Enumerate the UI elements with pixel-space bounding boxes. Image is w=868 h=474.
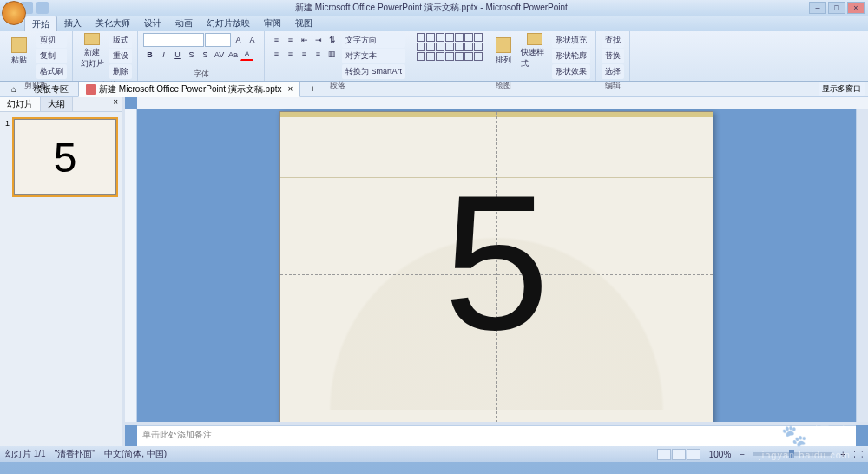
shape-icon[interactable] — [426, 52, 435, 61]
doc-tab-current[interactable]: 新建 Microsoft Office PowerPoint 演示文稿.pptx… — [78, 82, 300, 97]
doc-tab-home[interactable]: ⌂ — [3, 82, 24, 95]
text-direction-button[interactable]: 文字方向 — [342, 33, 405, 48]
quick-style-button[interactable]: 快速样式 — [521, 33, 549, 69]
justify-button[interactable]: ≡ — [312, 47, 325, 60]
spacing-button[interactable]: AV — [213, 48, 226, 61]
shape-icon[interactable] — [474, 43, 483, 51]
status-language[interactable]: 中文(简体, 中国) — [104, 448, 167, 460]
shape-icon[interactable] — [445, 52, 454, 61]
cut-button[interactable]: 剪切 — [36, 33, 67, 48]
bold-button[interactable]: B — [143, 48, 156, 61]
shape-icon[interactable] — [445, 43, 454, 51]
reset-button[interactable]: 重设 — [109, 49, 132, 63]
pane-close-icon[interactable]: × — [109, 97, 122, 111]
columns-button[interactable]: ▥ — [326, 47, 339, 60]
tab-slideshow[interactable]: 幻灯片放映 — [200, 16, 257, 31]
slide-big-number[interactable]: 5 — [444, 153, 549, 372]
shape-icon[interactable] — [417, 43, 425, 51]
font-size-combo[interactable] — [205, 33, 231, 47]
vertical-scrollbar[interactable] — [856, 109, 868, 422]
shape-icon[interactable] — [436, 33, 444, 42]
shape-icon[interactable] — [417, 33, 425, 42]
horizontal-ruler[interactable] — [137, 97, 868, 109]
pane-tab-outline[interactable]: 大纲 — [41, 97, 73, 111]
tab-anim[interactable]: 动画 — [168, 16, 200, 31]
shape-icon[interactable] — [474, 33, 483, 42]
shape-icon[interactable] — [474, 52, 483, 61]
shape-icon[interactable] — [426, 43, 435, 51]
shape-icon[interactable] — [445, 33, 454, 42]
tab-insert[interactable]: 插入 — [57, 16, 89, 31]
minimize-button[interactable]: – — [809, 2, 826, 14]
shadow-button[interactable]: S — [199, 48, 212, 61]
indent-dec-button[interactable]: ⇤ — [298, 33, 311, 46]
shape-icon[interactable] — [464, 43, 473, 51]
tab-design[interactable]: 设计 — [137, 16, 168, 31]
replace-button[interactable]: 替换 — [602, 49, 624, 63]
linespacing-button[interactable]: ⇅ — [326, 33, 339, 46]
align-right-button[interactable]: ≡ — [298, 47, 311, 60]
strike-button[interactable]: S — [185, 48, 198, 61]
qat-redo-icon[interactable] — [36, 2, 49, 14]
doc-tab-templates[interactable]: 模板专区 — [26, 82, 76, 97]
tab-beautify[interactable]: 美化大师 — [89, 16, 137, 31]
align-left-button[interactable]: ≡ — [270, 47, 283, 60]
slide-thumbnail[interactable]: 5 — [14, 119, 116, 195]
grow-font-button[interactable]: A — [232, 33, 245, 46]
indent-inc-button[interactable]: ⇥ — [312, 33, 325, 46]
font-family-combo[interactable] — [143, 33, 204, 47]
align-center-button[interactable]: ≡ — [284, 47, 297, 60]
shrink-font-button[interactable]: A — [246, 33, 259, 46]
shape-icon[interactable] — [455, 33, 464, 42]
thumbnail-list[interactable]: 1 5 — [0, 112, 122, 446]
tab-home[interactable]: 开始 — [24, 16, 57, 31]
maximize-button[interactable]: □ — [828, 2, 845, 14]
bullets-button[interactable]: ≡ — [270, 33, 283, 46]
shape-icon[interactable] — [436, 52, 444, 61]
zoom-thumb[interactable] — [789, 450, 794, 458]
zoom-percent[interactable]: 100% — [709, 450, 732, 459]
zoom-in-button[interactable]: + — [840, 450, 845, 459]
shape-icon[interactable] — [464, 33, 473, 42]
numbering-button[interactable]: ≡ — [284, 33, 297, 46]
slideshow-view-button[interactable] — [687, 449, 700, 460]
align-text-button[interactable]: 对齐文本 — [342, 49, 405, 63]
underline-button[interactable]: U — [171, 48, 184, 61]
format-painter-button[interactable]: 格式刷 — [36, 64, 67, 79]
doc-tab-add[interactable]: + — [302, 82, 323, 95]
case-button[interactable]: Aa — [227, 48, 240, 61]
office-button[interactable] — [2, 1, 26, 25]
shapes-gallery[interactable] — [417, 33, 486, 61]
new-slide-button[interactable]: 新建 幻灯片 — [78, 33, 106, 69]
arrange-button[interactable]: 排列 — [490, 33, 517, 69]
shape-icon[interactable] — [426, 33, 435, 42]
tab-view[interactable]: 视图 — [288, 16, 319, 31]
shape-effect-button[interactable]: 形状效果 — [552, 64, 590, 79]
shape-icon[interactable] — [417, 52, 425, 61]
shape-outline-button[interactable]: 形状轮廓 — [552, 49, 590, 63]
shape-icon[interactable] — [455, 52, 464, 61]
copy-button[interactable]: 复制 — [36, 49, 67, 63]
pane-tab-slides[interactable]: 幻灯片 — [0, 97, 41, 111]
normal-view-button[interactable] — [657, 449, 671, 460]
fit-window-button[interactable]: ⛶ — [854, 450, 863, 459]
zoom-out-button[interactable]: − — [740, 450, 745, 459]
vertical-ruler[interactable] — [125, 109, 137, 422]
slide[interactable]: 5 — [279, 111, 713, 422]
notes-pane[interactable]: 单击此处添加备注 — [137, 425, 856, 446]
close-button[interactable]: × — [847, 2, 865, 14]
slide-canvas[interactable]: 5 — [137, 109, 856, 422]
paste-button[interactable]: 粘贴 — [5, 33, 33, 69]
font-color-button[interactable]: A — [240, 48, 253, 61]
delete-button[interactable]: 删除 — [109, 64, 132, 79]
sorter-view-button[interactable] — [672, 449, 686, 460]
shape-icon[interactable] — [455, 43, 464, 51]
shape-icon[interactable] — [464, 52, 473, 61]
zoom-slider[interactable] — [753, 452, 832, 456]
smartart-button[interactable]: 转换为 SmartArt — [342, 64, 405, 79]
shape-icon[interactable] — [436, 43, 444, 51]
multi-window-button[interactable]: 显示多窗口 — [819, 82, 865, 96]
select-button[interactable]: 选择 — [602, 64, 624, 79]
italic-button[interactable]: I — [157, 48, 170, 61]
find-button[interactable]: 查找 — [602, 33, 624, 48]
